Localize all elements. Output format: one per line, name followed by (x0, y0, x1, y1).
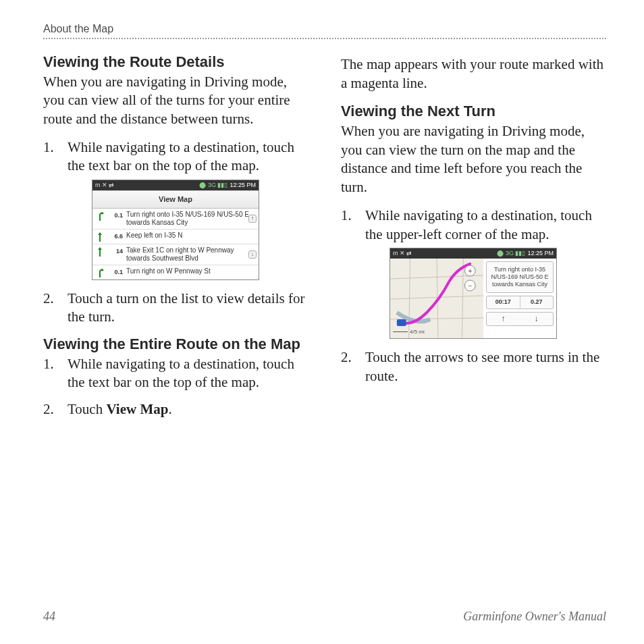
svg-text:+: + (468, 267, 472, 275)
step-item: While navigating to a destination, touch… (341, 207, 606, 339)
continuation-paragraph: The map appears with your route marked w… (341, 55, 606, 92)
turn-arrow-icon (95, 211, 105, 221)
step-item: Touch a turn on the list to view details… (43, 290, 308, 327)
manual-title: Garminfone Owner's Manual (463, 610, 606, 624)
prev-turn-arrow-icon[interactable]: ↑ (502, 314, 506, 325)
steps-next-turn: While navigating to a destination, touch… (341, 207, 606, 386)
turn-list-row[interactable]: 0.1 Turn right on W Pennway St (92, 265, 259, 279)
step-item: While navigating to a destination, touch… (43, 355, 308, 392)
status-time: 12:25 PM (527, 250, 554, 258)
turn-nav-arrows: ↑ ↓ (486, 312, 554, 327)
right-column: The map appears with your route marked w… (341, 53, 606, 586)
map-scale-label: 4/5 mi (410, 329, 425, 336)
distance-remaining: 0.27 (520, 296, 554, 308)
map-scale: 4/5 mi (393, 329, 425, 336)
intro-next-turn: When you are navigating in Driving mode,… (341, 122, 606, 197)
svg-rect-1 (397, 319, 406, 326)
time-remaining: 00:17 (487, 296, 520, 308)
step-item: While navigating to a destination, touch… (43, 138, 308, 280)
steps-entire-route: While navigating to a destination, touch… (43, 355, 308, 419)
status-signal-icons: ⬤ 3G ▮▮▯ (497, 250, 525, 258)
two-column-layout: Viewing the Route Details When you are n… (43, 53, 606, 586)
page-number: 44 (43, 610, 55, 624)
status-signal-icons: ⬤ 3G ▮▮▯ (199, 182, 227, 190)
turn-instruction: Turn right on W Pennway St (126, 267, 256, 275)
running-header: About the Map (43, 23, 606, 35)
turn-list-row[interactable]: 6.6 Keep left on I-35 N (92, 230, 259, 244)
turn-arrow-icon (95, 232, 105, 242)
step-text-suffix: . (168, 401, 171, 417)
left-column: Viewing the Route Details When you are n… (43, 53, 308, 586)
screenshot-next-turn: m ✕ ⇄ ⬤ 3G ▮▮▯ 12:25 PM (390, 248, 557, 339)
next-turn-arrow-icon[interactable]: ↓ (535, 314, 539, 325)
next-turn-stats: 00:17 0.27 (486, 296, 554, 309)
turn-instruction: Turn right onto I-35 N/US-169 N/US-50 E … (126, 211, 256, 227)
phone-status-bar: m ✕ ⇄ ⬤ 3G ▮▮▯ 12:25 PM (92, 180, 259, 190)
svg-text:−: − (468, 282, 472, 290)
heading-route-details: Viewing the Route Details (43, 53, 308, 72)
turn-list-row[interactable]: 0.1 Turn right onto I-35 N/US-169 N/US-5… (92, 209, 259, 230)
step-item: Touch the arrows to see more turns in th… (341, 348, 606, 385)
phone-status-bar: m ✕ ⇄ ⬤ 3G ▮▮▯ 12:25 PM (390, 248, 556, 259)
turn-distance: 0.1 (108, 267, 123, 277)
map-body: + − 4/5 mi Turn right onto I- (390, 259, 556, 338)
turn-distance: 0.1 (108, 211, 123, 220)
status-icons-left: m ✕ ⇄ (95, 182, 115, 190)
turn-distance: 6.6 (108, 232, 123, 241)
scroll-down-icon[interactable]: ↓ (248, 250, 257, 259)
screenshot-turn-list: m ✕ ⇄ ⬤ 3G ▮▮▯ 12:25 PM View Map (92, 180, 259, 280)
step-text: While navigating to a destination, touch… (365, 207, 592, 242)
intro-route-details: When you are navigating in Driving mode,… (43, 73, 308, 129)
step-text-bold: View Map (106, 401, 168, 417)
manual-page: About the Map Viewing the Route Details … (0, 0, 644, 644)
status-time: 12:25 PM (230, 182, 256, 190)
turn-instruction: Keep left on I-35 N (126, 232, 256, 240)
turn-distance: 14 (108, 246, 123, 256)
steps-route-details: While navigating to a destination, touch… (43, 138, 308, 327)
next-turn-text: Turn right onto I-35 N/US-169 N/US-50 E … (486, 261, 554, 292)
step-text-prefix: Touch (68, 401, 106, 417)
step-text: While navigating to a destination, touch… (68, 139, 294, 174)
heading-next-turn: Viewing the Next Turn (341, 102, 606, 121)
next-turn-panel: Turn right onto I-35 N/US-169 N/US-50 E … (483, 259, 556, 338)
heading-entire-route: Viewing the Entire Route on the Map (43, 335, 308, 354)
turn-arrow-icon (95, 246, 105, 257)
turn-instruction: Take Exit 1C on right to W Pennway towar… (126, 246, 256, 263)
page-footer: 44 Garminfone Owner's Manual (43, 610, 606, 624)
turn-list-row[interactable]: 14 Take Exit 1C on right to W Pennway to… (92, 244, 259, 265)
status-icons-left: m ✕ ⇄ (393, 250, 412, 258)
step-item: Touch View Map. (43, 400, 308, 419)
map-canvas[interactable]: + − 4/5 mi (390, 259, 483, 338)
turn-arrow-icon (95, 267, 105, 277)
header-rule (43, 38, 606, 39)
scroll-up-icon[interactable]: ↑ (248, 215, 257, 223)
view-map-button[interactable]: View Map (92, 190, 259, 209)
